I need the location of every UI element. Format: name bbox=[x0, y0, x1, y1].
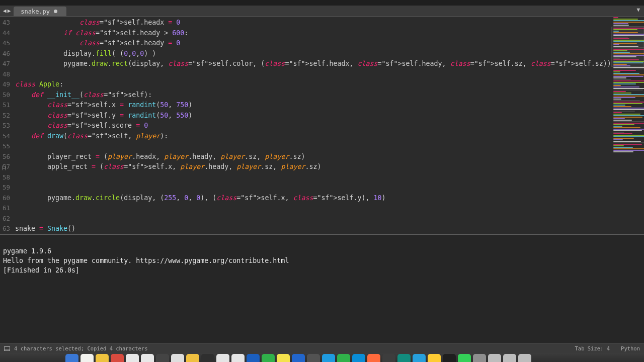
minimap-line bbox=[613, 56, 636, 57]
dock-app-icon[interactable] bbox=[80, 354, 94, 362]
minimap-line bbox=[613, 44, 619, 45]
dock-app-icon[interactable] bbox=[277, 354, 290, 362]
dock-app-icon[interactable] bbox=[322, 354, 335, 362]
dock-app-icon[interactable] bbox=[307, 354, 320, 362]
dock-app-icon[interactable] bbox=[126, 354, 139, 362]
dock-app-icon[interactable] bbox=[337, 354, 350, 362]
code-area[interactable]: class="sf">self.headx = 0 if class="sf">… bbox=[15, 17, 611, 234]
minimap[interactable] bbox=[611, 17, 644, 234]
dock-app-icon[interactable] bbox=[352, 354, 365, 362]
minimap-line bbox=[613, 120, 632, 121]
minimap-line bbox=[613, 135, 644, 136]
minimap-line bbox=[613, 29, 637, 30]
nav-back-icon[interactable]: ◀ bbox=[3, 8, 7, 14]
panel-toggle-icon[interactable] bbox=[4, 346, 10, 351]
dock-app-icon[interactable] bbox=[156, 354, 169, 362]
dock-app-icon[interactable] bbox=[247, 354, 260, 362]
minimap-line bbox=[613, 100, 640, 101]
minimap-line bbox=[613, 43, 637, 44]
minimap-line bbox=[613, 123, 644, 124]
line-number: 44 bbox=[0, 28, 15, 39]
minimap-line bbox=[613, 129, 644, 130]
minimap-line bbox=[613, 62, 643, 63]
minimap-line bbox=[613, 73, 639, 74]
minimap-line bbox=[613, 147, 633, 148]
minimap-line bbox=[613, 108, 644, 109]
minimap-line bbox=[613, 46, 638, 47]
dock-app-icon[interactable] bbox=[96, 354, 109, 362]
dock-app-icon[interactable] bbox=[428, 354, 441, 362]
line-number: 61 bbox=[0, 203, 15, 214]
dock-app-icon[interactable] bbox=[367, 354, 380, 362]
line-number: 62 bbox=[0, 214, 15, 224]
minimap-line bbox=[613, 50, 627, 51]
minimap-line bbox=[613, 117, 642, 118]
minimap-line bbox=[613, 141, 641, 142]
dock-app-icon[interactable] bbox=[111, 354, 124, 362]
minimap-line bbox=[613, 83, 636, 84]
status-language[interactable]: Python bbox=[621, 345, 640, 351]
tab-strip: ◀ ▶ snake.py ▼ bbox=[0, 6, 644, 17]
dock-app-icon[interactable] bbox=[458, 354, 471, 362]
minimap-line bbox=[613, 112, 622, 113]
minimap-line bbox=[613, 124, 634, 125]
status-tab-size[interactable]: Tab Size: 4 bbox=[575, 345, 610, 351]
minimap-line bbox=[613, 111, 635, 112]
dock-app-icon[interactable] bbox=[503, 354, 516, 362]
line-number: 43 bbox=[0, 18, 15, 28]
dock-app-icon[interactable] bbox=[413, 354, 426, 362]
minimap-line bbox=[613, 144, 642, 145]
minimap-line bbox=[613, 138, 634, 139]
minimap-line bbox=[613, 105, 625, 106]
line-number: 50 bbox=[0, 90, 15, 101]
dock-app-icon[interactable] bbox=[65, 354, 78, 362]
minimap-line bbox=[613, 61, 644, 62]
minimap-line bbox=[613, 26, 644, 27]
minimap-line bbox=[613, 97, 635, 98]
line-number: 63 bbox=[0, 224, 15, 234]
minimap-line bbox=[613, 25, 629, 26]
minimap-line bbox=[613, 32, 638, 33]
line-number: 56 bbox=[0, 152, 15, 162]
macos-dock[interactable] bbox=[0, 353, 644, 362]
file-tab[interactable]: snake.py bbox=[14, 7, 66, 16]
minimap-line bbox=[613, 22, 644, 23]
dock-app-icon[interactable] bbox=[231, 354, 245, 362]
dock-app-icon[interactable] bbox=[186, 354, 199, 362]
dock-app-icon[interactable] bbox=[201, 354, 214, 362]
minimap-line bbox=[613, 23, 628, 24]
line-number: 53 bbox=[0, 121, 15, 131]
dock-app-icon[interactable] bbox=[488, 354, 501, 362]
dock-app-icon[interactable] bbox=[292, 354, 305, 362]
dock-app-icon[interactable] bbox=[216, 354, 229, 362]
dock-app-icon[interactable] bbox=[171, 354, 184, 362]
dock-app-icon[interactable] bbox=[518, 354, 531, 362]
minimap-line bbox=[613, 121, 644, 122]
line-number: 57 bbox=[0, 162, 15, 172]
nav-forward-icon[interactable]: ▶ bbox=[8, 8, 11, 14]
minimap-line bbox=[613, 79, 631, 80]
minimap-line bbox=[613, 58, 620, 59]
dock-app-icon[interactable] bbox=[141, 354, 154, 362]
minimap-line bbox=[613, 106, 632, 107]
tab-menu-chevron-icon[interactable]: ▼ bbox=[636, 7, 640, 13]
minimap-line bbox=[613, 114, 640, 115]
dock-app-icon[interactable] bbox=[262, 354, 275, 362]
minimap-line bbox=[613, 19, 638, 20]
dock-app-icon[interactable] bbox=[382, 354, 395, 362]
minimap-line bbox=[613, 34, 644, 35]
minimap-line bbox=[613, 99, 621, 100]
minimap-line bbox=[613, 74, 644, 75]
console-line: Hello from the pygame community. https:/… bbox=[3, 257, 289, 264]
dock-app-icon[interactable] bbox=[397, 354, 411, 362]
line-number-gutter: 4344454647484950515253545556575859606162… bbox=[0, 17, 15, 234]
minimap-line bbox=[613, 47, 644, 48]
dock-app-icon[interactable] bbox=[443, 354, 456, 362]
minimap-line bbox=[613, 132, 624, 133]
code-editor[interactable]: 4344454647484950515253545556575859606162… bbox=[0, 17, 644, 234]
line-number: 58 bbox=[0, 172, 15, 183]
build-output-panel[interactable]: pygame 1.9.6 Hello from the pygame commu… bbox=[0, 234, 644, 343]
dock-app-icon[interactable] bbox=[473, 354, 486, 362]
minimap-line bbox=[613, 94, 644, 95]
line-number: 51 bbox=[0, 100, 15, 111]
